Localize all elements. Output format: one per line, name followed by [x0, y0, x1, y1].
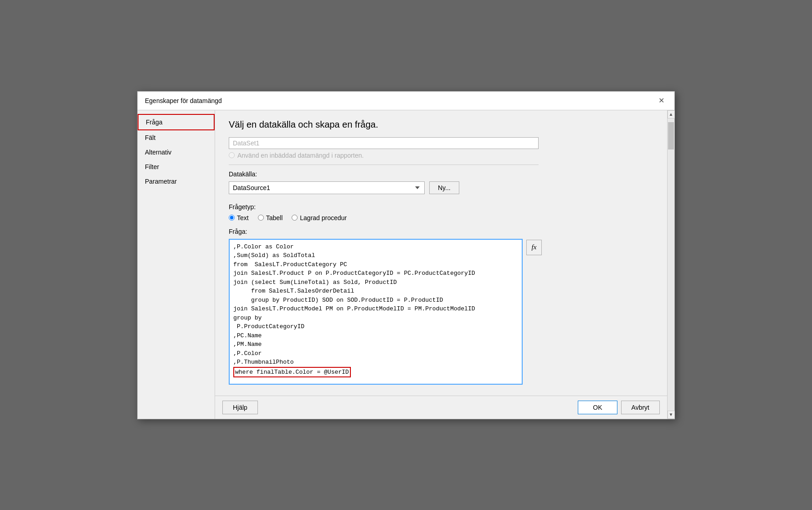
dialog-title: Egenskaper för datamängd — [145, 97, 222, 104]
sidebar-item-falt[interactable]: Fält — [138, 130, 215, 145]
query-type-text-radio[interactable] — [229, 215, 235, 221]
query-type-tabell-radio[interactable] — [258, 215, 264, 221]
query-type-row: Text Tabell Lagrad procedur — [229, 214, 653, 222]
dialog-window: Egenskaper för datamängd ✕ Fråga Fält Al… — [137, 91, 675, 419]
scroll-up-arrow[interactable]: ▲ — [668, 110, 675, 118]
scroll-track — [668, 118, 674, 411]
query-type-tabell-span: Tabell — [266, 214, 283, 222]
bottom-right: OK Avbryt — [578, 401, 660, 414]
sidebar-item-filter[interactable]: Filter — [138, 160, 215, 174]
dialog-body: Fråga Fält Alternativ Filter Parametrar … — [138, 110, 674, 419]
scroll-thumb[interactable] — [668, 122, 674, 149]
ok-button[interactable]: OK — [578, 401, 617, 414]
separator — [229, 165, 539, 165]
dataset-row: Använd en inbäddad datamängd i rapporten… — [229, 137, 653, 165]
datasource-section: Datakälla: DataSource1 Ny... — [229, 170, 653, 194]
outer-scrollbar[interactable]: ▲ ▼ — [667, 110, 674, 419]
datasource-row: DataSource1 Ny... — [229, 181, 653, 194]
embedded-radio-label: Använd en inbäddad datamängd i rapporten… — [237, 152, 364, 159]
scroll-down-arrow[interactable]: ▼ — [668, 411, 675, 419]
ny-button[interactable]: Ny... — [429, 181, 459, 194]
datasource-select[interactable]: DataSource1 — [229, 181, 425, 194]
bottom-bar: Hjälp OK Avbryt — [215, 396, 667, 419]
datasource-label: Datakälla: — [229, 170, 653, 178]
page-title: Välj en datakälla och skapa en fråga. — [229, 119, 653, 130]
query-type-section: Frågetyp: Text Tabell Lagrad procedur — [229, 203, 653, 222]
query-display[interactable]: ,P.Color as Color ,Sum(Sold) as SoldTota… — [229, 239, 523, 385]
title-bar: Egenskaper för datamängd ✕ — [138, 92, 674, 110]
sidebar-item-fraga[interactable]: Fråga — [138, 114, 215, 130]
sidebar-item-parametrar[interactable]: Parametrar — [138, 174, 215, 189]
query-section: Fråga: ,P.Color as Color ,Sum(Sold) as S… — [229, 228, 653, 385]
sidebar: Fråga Fält Alternativ Filter Parametrar — [138, 110, 215, 419]
query-type-text-span: Text — [237, 214, 249, 222]
query-type-text-label[interactable]: Text — [229, 214, 249, 222]
help-button[interactable]: Hjälp — [222, 401, 258, 414]
query-type-lagrad-span: Lagrad procedur — [300, 214, 347, 222]
query-area-wrapper: ,P.Color as Color ,Sum(Sold) as SoldTota… — [229, 239, 653, 385]
query-type-label: Frågetyp: — [229, 203, 653, 211]
query-label: Fråga: — [229, 228, 653, 235]
embedded-radio[interactable] — [229, 152, 235, 158]
main-scroll-area: Välj en datakälla och skapa en fråga. An… — [215, 110, 667, 396]
fx-button[interactable]: fx — [526, 240, 542, 255]
sidebar-item-alternativ[interactable]: Alternativ — [138, 145, 215, 160]
query-type-tabell-label[interactable]: Tabell — [258, 214, 283, 222]
close-button[interactable]: ✕ — [656, 96, 667, 105]
embedded-radio-row: Använd en inbäddad datamängd i rapporten… — [229, 152, 653, 159]
query-type-lagrad-label[interactable]: Lagrad procedur — [292, 214, 347, 222]
query-type-lagrad-radio[interactable] — [292, 215, 298, 221]
cancel-button[interactable]: Avbryt — [621, 401, 660, 414]
dataset-input[interactable] — [229, 137, 539, 149]
